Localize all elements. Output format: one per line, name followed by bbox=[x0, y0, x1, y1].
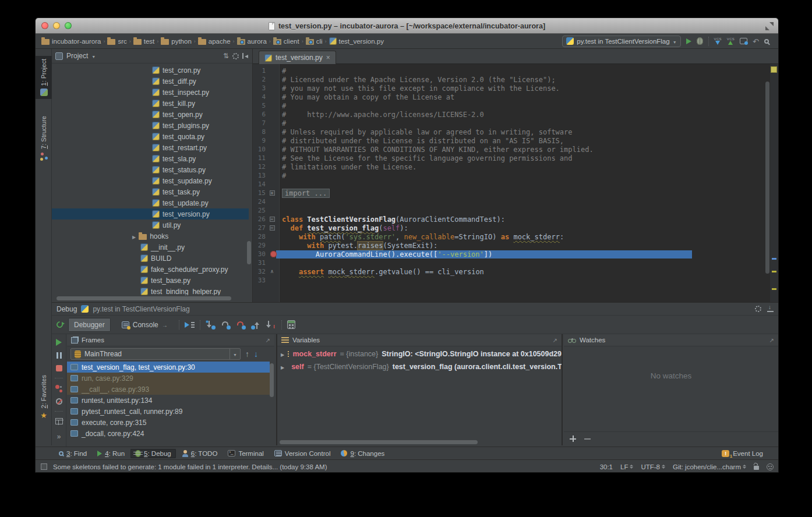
git-branch-widget[interactable]: Git: jcohen/clie...charm bbox=[673, 463, 746, 470]
code-line[interactable]: 33 bbox=[253, 276, 770, 285]
close-icon[interactable] bbox=[326, 54, 330, 62]
breadcrumb-item[interactable]: test bbox=[133, 38, 155, 45]
toggle-stripes-icon[interactable] bbox=[41, 463, 47, 470]
code-line[interactable]: 6# http://www.apache.org/licenses/LICENS… bbox=[253, 110, 770, 119]
run-config-select[interactable]: py.test in TestClientVersionFlag bbox=[562, 36, 680, 47]
previous-frame-icon[interactable] bbox=[245, 349, 249, 359]
tree-item[interactable]: BUILD bbox=[52, 253, 249, 264]
code-area[interactable]: 1#2# Licensed under the Apache License, … bbox=[253, 64, 778, 302]
code-line[interactable]: 2# Licensed under the Apache License, Ve… bbox=[253, 75, 770, 84]
tree-item[interactable]: test_plugins.py bbox=[52, 120, 249, 131]
tree-item[interactable]: test_cron.py bbox=[52, 65, 249, 76]
event-log-button[interactable]: ! Event Log bbox=[722, 450, 778, 457]
gear-icon[interactable] bbox=[232, 53, 239, 59]
code-line[interactable]: 1# bbox=[253, 66, 770, 75]
expand-arrow-icon[interactable] bbox=[132, 232, 136, 240]
code-line[interactable]: 7# bbox=[253, 119, 770, 128]
caret-position-widget[interactable]: 30:1 bbox=[600, 463, 613, 470]
float-panel-icon[interactable] bbox=[553, 337, 557, 344]
incoming-changes-icon[interactable] bbox=[740, 38, 747, 44]
tool-window-button-project[interactable]: 1: Project bbox=[36, 56, 52, 99]
line-ending-widget[interactable]: LF bbox=[620, 463, 633, 470]
encoding-widget[interactable]: UTF-8 bbox=[641, 463, 665, 470]
editor-tab-test-version[interactable]: test_version.py bbox=[259, 51, 336, 64]
tree-item[interactable]: test_version.py bbox=[52, 208, 249, 219]
view-breakpoints-icon[interactable] bbox=[55, 385, 62, 392]
step-over-icon[interactable] bbox=[221, 320, 231, 330]
tree-item[interactable]: test_kill.py bbox=[52, 98, 249, 109]
minimize-panel-icon[interactable] bbox=[767, 306, 774, 312]
inspection-status-icon[interactable] bbox=[771, 66, 777, 73]
chevron-down-icon[interactable] bbox=[91, 52, 96, 60]
code-line[interactable]: 29 with pytest.raises(SystemExit): bbox=[253, 241, 770, 250]
stop-icon[interactable] bbox=[56, 365, 62, 371]
vertical-scrollbar[interactable] bbox=[270, 363, 274, 397]
evaluate-expression-icon[interactable] bbox=[287, 320, 295, 329]
code-line[interactable]: 14 bbox=[253, 180, 770, 189]
unlocked-icon[interactable] bbox=[754, 466, 759, 470]
step-into-icon[interactable] bbox=[206, 320, 216, 330]
float-panel-icon[interactable] bbox=[266, 337, 270, 344]
code-line[interactable]: 30 AuroraCommandLine().execute(['--versi… bbox=[253, 250, 770, 258]
tree-item[interactable]: test_update.py bbox=[52, 197, 249, 208]
variable-item[interactable]: mock_stderr = {instance} StringIO: <Stri… bbox=[277, 348, 562, 360]
resume-icon[interactable] bbox=[56, 339, 62, 346]
fold-marker-icon[interactable]: + bbox=[268, 190, 276, 196]
debug-button[interactable] bbox=[697, 37, 703, 45]
current-line-mark[interactable] bbox=[772, 258, 776, 260]
tree-item[interactable]: test_task.py bbox=[52, 186, 249, 197]
horizontal-scrollbar[interactable] bbox=[57, 296, 231, 300]
code-line[interactable]: 11# See the License for the specific lan… bbox=[253, 154, 770, 162]
fullscreen-icon[interactable] bbox=[765, 22, 774, 30]
fold-marker-icon[interactable]: ∧ bbox=[268, 268, 276, 275]
collapse-all-icon[interactable] bbox=[223, 52, 229, 60]
tree-item[interactable]: test_supdate.py bbox=[52, 175, 249, 186]
vcs-update-button[interactable]: VCS bbox=[714, 37, 722, 45]
breadcrumb-item[interactable]: src bbox=[107, 38, 126, 45]
breadcrumb-item[interactable]: test_version.py bbox=[329, 37, 384, 45]
status-message[interactable]: Some skeletons failed to generate: 1 mod… bbox=[53, 463, 327, 470]
more-icon[interactable] bbox=[57, 431, 61, 441]
code-line[interactable]: 10# WITHOUT WARRANTIES OR CONDITIONS OF … bbox=[253, 145, 770, 154]
variable-item[interactable]: self = {TestClientVersionFlag} test_vers… bbox=[277, 360, 562, 373]
run-to-cursor-icon[interactable]: I bbox=[266, 320, 276, 330]
code-line[interactable]: 5# bbox=[253, 101, 770, 110]
hector-icon[interactable] bbox=[767, 463, 774, 470]
code-line[interactable]: 27− def test_version_flag(self): bbox=[253, 224, 770, 232]
float-panel-icon[interactable] bbox=[769, 337, 774, 344]
code-line[interactable]: 24 bbox=[253, 197, 770, 206]
code-line[interactable]: 13# bbox=[253, 171, 770, 180]
folded-import-region[interactable]: import ... bbox=[282, 189, 330, 198]
expand-arrow-icon[interactable] bbox=[281, 350, 284, 358]
breadcrumb-item[interactable]: incubator-aurora bbox=[41, 38, 101, 45]
breadcrumb-item[interactable]: python bbox=[161, 38, 192, 45]
frame-item[interactable]: test_version_flag, test_version.py:30 bbox=[67, 362, 270, 373]
remove-watch-icon[interactable] bbox=[584, 438, 591, 440]
tool-window-button-find[interactable]: 3: Find bbox=[54, 449, 91, 458]
search-icon[interactable] bbox=[764, 39, 769, 44]
frame-item[interactable]: _docall, core.py:424 bbox=[67, 428, 270, 439]
vertical-scrollbar[interactable] bbox=[765, 82, 769, 274]
tree-item[interactable]: test_restart.py bbox=[52, 142, 249, 153]
add-watch-icon[interactable] bbox=[570, 435, 576, 442]
next-frame-icon[interactable] bbox=[254, 349, 258, 359]
hide-panel-icon[interactable] bbox=[242, 53, 249, 59]
tool-window-button-terminal[interactable]: Terminal bbox=[223, 449, 268, 458]
restore-layout-icon[interactable] bbox=[55, 418, 63, 424]
tool-window-button-structure[interactable]: 7: Structure bbox=[36, 113, 52, 162]
expand-arrow-icon[interactable] bbox=[281, 363, 284, 371]
fold-marker-icon[interactable]: − bbox=[268, 225, 276, 231]
code-line[interactable]: 9# distributed under the License is dist… bbox=[253, 136, 770, 145]
tree-item[interactable]: test_binding_helper.py bbox=[52, 286, 249, 295]
breadcrumb-item[interactable]: cli bbox=[306, 38, 323, 45]
thread-select[interactable]: MainThread bbox=[70, 348, 241, 360]
frame-item[interactable]: run, case.py:329 bbox=[67, 373, 270, 384]
code-line[interactable]: 28 with patch('sys.stderr', new_callable… bbox=[253, 232, 770, 241]
frame-item[interactable]: __call__, case.py:393 bbox=[67, 384, 270, 395]
show-execution-point-icon[interactable] bbox=[185, 320, 195, 330]
tool-window-button-favorites[interactable]: 2: Favorites bbox=[36, 372, 52, 423]
code-line[interactable]: 12# limitations under the License. bbox=[253, 162, 770, 171]
frame-item[interactable]: pytest_runtest_call, runner.py:89 bbox=[67, 406, 270, 417]
rerun-icon[interactable] bbox=[55, 320, 65, 330]
tool-window-button-debug[interactable]: 5: Debug bbox=[130, 449, 176, 458]
